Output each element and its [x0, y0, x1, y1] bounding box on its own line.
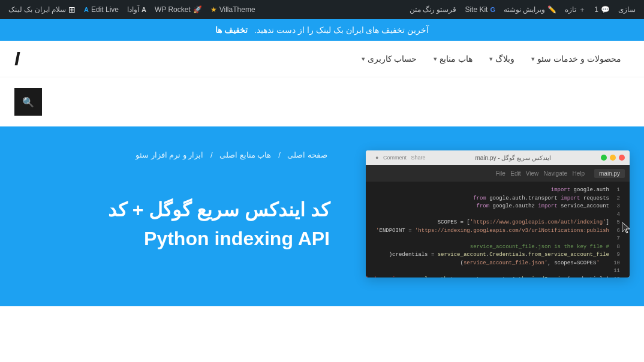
admin-bar-new[interactable]: ＋ تازه: [561, 0, 589, 19]
hero-section: ایندکس سریع گوگل - main.py Comment Share…: [0, 126, 644, 306]
notification-bar: آخرین تخفیف های ایران بک لینک را از دست …: [0, 19, 644, 41]
admin-bar-color[interactable]: قرستو رنگ متن: [406, 0, 461, 19]
wprocket-label: WP Rocket: [155, 5, 191, 14]
breadcrumb-seo: ابزار و نرم افزار سئو: [136, 150, 203, 159]
window-chrome: ایندکس سریع گوگل - main.py Comment Share…: [366, 150, 630, 165]
search-area: 🔍: [0, 77, 644, 126]
google-icon: G: [490, 6, 495, 13]
comment-icon: 💬: [601, 5, 610, 14]
notif-text: آخرین تخفیف های ایران بک لینک را از دست …: [254, 25, 429, 35]
breadcrumb-home[interactable]: صفحه اصلی: [287, 150, 327, 159]
nav-item-products[interactable]: محصولات و خدمات سئو ▾: [523, 49, 630, 68]
admin-bar-left: سازی 💬 1 ＋ تازه ✏️ ویرایش نوشته G Site K…: [406, 0, 639, 19]
window-buttons: Comment Share ●: [375, 155, 425, 161]
nav-blog-label: وبلاگ: [495, 54, 514, 64]
editor-tab[interactable]: main.py: [594, 169, 625, 178]
chevron-down-icon: ▾: [531, 55, 535, 63]
window-title: ایندکس سریع گوگل - main.py: [428, 155, 598, 161]
post-title-line2: Python indexing API: [14, 224, 330, 253]
admin-bar: سازی 💬 1 ＋ تازه ✏️ ویرایش نوشته G Site K…: [0, 0, 644, 19]
editlive-logo-icon: A: [84, 6, 89, 13]
chevron-down-icon: ▾: [489, 55, 493, 63]
sitekit-label: Site Kit: [465, 5, 487, 14]
search-icon: 🔍: [22, 96, 34, 108]
avada-label: آوادا: [127, 5, 139, 14]
breadcrumb: صفحه اصلی / هاب منابع اصلی / ابزار و نرم…: [14, 150, 330, 159]
color-label: قرستو رنگ متن: [410, 5, 457, 14]
villatheme-label: VillaTheme: [219, 5, 255, 14]
close-button-dot: [619, 155, 625, 161]
admin-bar-villatheme[interactable]: VillaTheme ★: [207, 0, 259, 19]
admin-bar-edit[interactable]: ✏️ ویرایش نوشته: [500, 0, 560, 19]
chevron-down-icon: ▾: [434, 55, 437, 63]
new-label: تازه: [565, 5, 576, 14]
nav-account-label: حساب کاربری: [368, 54, 417, 64]
breadcrumb-separator-2: /: [210, 150, 213, 159]
admin-bar-sitekit[interactable]: G Site Kit: [461, 0, 499, 19]
editlive-label: Edit Live: [91, 5, 119, 14]
admin-bar-right: VillaTheme ★ 🚀 WP Rocket A آوادا Edit Li…: [5, 0, 259, 19]
post-title: کد ایندکس سریع گوگل + کد Python indexing…: [14, 195, 330, 253]
nav-hub-label: هاب منابع: [440, 54, 473, 64]
breadcrumb-separator-1: /: [278, 150, 281, 159]
nav-item-account[interactable]: حساب کاربری ▾: [353, 49, 426, 68]
code-editor-body: 1import google.auth 2from google.auth.tr…: [366, 182, 630, 277]
admin-bar-editlive[interactable]: Edit Live A: [80, 0, 122, 19]
plus-icon: ＋: [579, 5, 586, 15]
admin-bar-avada[interactable]: A آوادا: [124, 0, 150, 19]
admin-bar-comment[interactable]: 💬 1: [591, 0, 613, 19]
maximize-button-dot: [601, 155, 607, 161]
rocket-icon: 🚀: [193, 5, 202, 14]
file-menu: File Edit View Navigate Help: [496, 170, 585, 177]
pencil-icon: ✏️: [547, 5, 556, 14]
post-title-line1: کد ایندکس سریع گوگل + کد: [14, 195, 330, 224]
sazi-label: سازی: [618, 5, 636, 14]
nav-links: محصولات و خدمات سئو ▾ وبلاگ ▾ هاب منابع …: [353, 49, 630, 68]
edit-label: ویرایش نوشته: [504, 5, 545, 14]
nav-item-blog[interactable]: وبلاگ ▾: [481, 49, 523, 68]
code-screenshot: ایندکس سریع گوگل - main.py Comment Share…: [366, 150, 630, 277]
wp-logo-icon: ⊞: [68, 5, 76, 14]
site-title-label: سلام ایران بک لینک: [8, 5, 66, 14]
minimize-button-dot: [610, 155, 616, 161]
nav-item-hub[interactable]: هاب منابع ▾: [425, 49, 481, 68]
site-logo[interactable]: I: [14, 49, 20, 68]
breadcrumb-hub[interactable]: هاب منابع اصلی: [219, 150, 271, 159]
nav-products-label: محصولات و خدمات سئو: [537, 54, 621, 64]
search-button[interactable]: 🔍: [14, 88, 42, 116]
chevron-down-icon: ▾: [362, 55, 365, 63]
star-icon: ★: [210, 5, 217, 14]
content-right: صفحه اصلی / هاب منابع اصلی / ابزار و نرم…: [14, 150, 354, 253]
admin-bar-site-title[interactable]: ⊞ سلام ایران بک لینک: [5, 0, 79, 19]
main-navigation: محصولات و خدمات سئو ▾ وبلاگ ▾ هاب منابع …: [0, 41, 644, 77]
admin-bar-wprocket[interactable]: 🚀 WP Rocket: [151, 0, 206, 19]
admin-bar-sazi[interactable]: سازی: [615, 0, 639, 19]
editor-toolbar: main.py File Edit View Navigate Help: [366, 165, 630, 182]
comment-count: 1: [594, 5, 598, 14]
notif-highlight[interactable]: تخفیف ها: [215, 25, 248, 35]
avada-logo-icon: A: [142, 6, 146, 13]
